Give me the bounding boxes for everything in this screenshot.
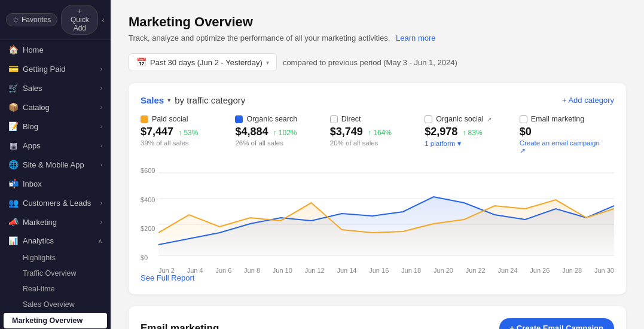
email-marketing-section: Email marketing + Create Email Campaign — [129, 306, 626, 329]
chevron-down-icon: ▾ — [167, 96, 171, 104]
metric-name: Email marketing — [520, 115, 605, 123]
x-label: Jun 14 — [337, 267, 356, 274]
sidebar-item-customers[interactable]: 👥 Customers & Leads › — [0, 193, 111, 212]
x-label: Jun 22 — [466, 267, 486, 274]
metric-name: Organic search — [235, 115, 320, 123]
main-content: Marketing Overview Track, analyze and op… — [111, 0, 644, 329]
email-section-title: Email marketing — [141, 322, 219, 330]
favorites-label: Favorites — [22, 16, 51, 24]
metric-value: $2,978 — [425, 126, 457, 138]
metric-value: $0 — [520, 126, 532, 138]
star-icon: ☆ — [13, 16, 19, 24]
sidebar-item-apps[interactable]: ▦ Apps › — [0, 136, 111, 155]
x-label: Jun 10 — [273, 267, 292, 274]
x-label: Jun 26 — [530, 267, 550, 274]
subtitle-text: Track, analyze and optimize the performa… — [129, 33, 390, 42]
metric-value: $4,884 — [235, 126, 268, 138]
y-label: $600 — [141, 167, 155, 174]
customers-icon: 👥 — [8, 198, 18, 208]
add-category-button[interactable]: + Add category — [562, 96, 614, 105]
x-label: Jun 4 — [187, 267, 203, 274]
sidebar-item-marketing[interactable]: 📣 Marketing › — [0, 212, 111, 231]
x-label: Jun 8 — [244, 267, 260, 274]
page-title: Marketing Overview — [129, 14, 626, 30]
chevron-right-icon: › — [100, 142, 102, 149]
platform-link[interactable]: 1 platform ▾ — [425, 139, 509, 148]
see-full-report-link[interactable]: See Full Report — [141, 273, 194, 282]
sidebar-item-sales[interactable]: 🛒 Sales › — [0, 78, 111, 98]
collapse-sidebar-button[interactable]: ‹ — [102, 15, 105, 25]
date-range-selector[interactable]: 📅 Past 30 days (Jun 2 - Yesterday) ▾ — [129, 53, 277, 71]
compare-period-text: compared to previous period (May 3 - Jun… — [283, 58, 457, 67]
getting-paid-icon: 💳 — [8, 64, 18, 74]
chevron-down-icon: ▾ — [266, 59, 269, 66]
sidebar-top: ☆ Favorites + Quick Add ‹ — [0, 0, 111, 40]
sidebar-item-home[interactable]: 🏠 Home — [0, 40, 111, 59]
x-axis-labels: Jun 2 Jun 4 Jun 6 Jun 8 Jun 10 Jun 12 Ju… — [158, 264, 614, 274]
metric-sub: 39% of all sales — [141, 139, 225, 147]
sidebar-item-inbox[interactable]: 📬 Inbox — [0, 174, 111, 193]
metric-checkbox[interactable] — [141, 115, 148, 123]
sales-chart-card: Sales ▾ by traffic category + Add catego… — [129, 83, 626, 294]
sidebar-item-label: Sales — [23, 84, 42, 93]
apps-icon: ▦ — [8, 141, 18, 150]
sub-nav-label: Marketing Overview — [12, 316, 83, 325]
sidebar-item-marketing-overview[interactable]: Marketing Overview — [4, 313, 107, 328]
metric-sub: 26% of all sales — [235, 139, 320, 147]
metric-checkbox[interactable] — [520, 115, 527, 123]
card-header: Sales ▾ by traffic category + Add catego… — [141, 95, 614, 105]
sidebar-item-label: Marketing — [23, 218, 57, 227]
metric-change: ↑ 83% — [462, 129, 482, 137]
sub-nav-label: Sales Overview — [23, 300, 75, 309]
x-label: Jun 12 — [305, 267, 325, 274]
metric-checkbox[interactable] — [235, 115, 243, 123]
external-link-icon: ↗ — [487, 116, 492, 123]
sidebar-item-sales-overview[interactable]: Sales Overview — [0, 297, 111, 312]
chevron-right-icon: › — [100, 219, 102, 226]
sidebar-item-analytics[interactable]: 📊 Analytics ∧ — [0, 231, 111, 250]
x-label: Jun 6 — [215, 267, 231, 274]
sidebar-item-getting-paid[interactable]: 💳 Getting Paid › — [0, 59, 111, 78]
card-title-suffix: by traffic category — [175, 95, 245, 105]
inbox-icon: 📬 — [8, 179, 18, 188]
create-email-campaign-button[interactable]: + Create Email Campaign — [499, 318, 614, 329]
sidebar-item-site-mobile[interactable]: 🌐 Site & Mobile App › — [0, 155, 111, 174]
sub-nav-label: Highlights — [23, 254, 56, 262]
metric-value: $7,447 — [141, 126, 173, 138]
metric-checkbox[interactable] — [425, 115, 432, 123]
metric-name: Paid social — [141, 115, 225, 123]
metric-label: Organic search — [246, 115, 297, 123]
favorites-button[interactable]: ☆ Favorites — [6, 13, 57, 26]
sidebar-item-highlights[interactable]: Highlights — [0, 250, 111, 266]
x-label: Jun 2 — [158, 267, 175, 274]
sidebar-item-label: Getting Paid — [23, 65, 66, 74]
page-subtitle: Track, analyze and optimize the performa… — [129, 33, 626, 42]
sidebar-item-label: Home — [23, 45, 44, 54]
metric-organic-search: Organic search $4,884 ↑ 102% 26% of all … — [235, 115, 329, 155]
sidebar-item-real-time[interactable]: Real-time — [0, 281, 111, 297]
blog-icon: 📝 — [8, 121, 18, 131]
learn-more-link[interactable]: Learn more — [396, 33, 435, 42]
date-range-label: Past 30 days (Jun 2 - Yesterday) — [150, 58, 263, 67]
sidebar-item-label: Customers & Leads — [23, 199, 91, 208]
metric-sub: 20% of all sales — [330, 139, 415, 147]
metric-checkbox[interactable] — [330, 115, 338, 123]
sidebar-item-catalog[interactable]: 📦 Catalog › — [0, 98, 111, 117]
calendar-icon: 📅 — [136, 57, 146, 67]
chevron-right-icon: › — [100, 85, 102, 92]
sidebar-item-traffic-overview[interactable]: Traffic Overview — [0, 266, 111, 281]
quick-add-button[interactable]: + Quick Add — [61, 5, 98, 35]
chevron-right-icon: › — [100, 162, 102, 168]
marketing-icon: 📣 — [8, 217, 18, 227]
sidebar-item-label: Analytics — [23, 236, 54, 245]
y-label: $200 — [141, 225, 155, 232]
create-email-campaign-link[interactable]: Create an email campaign ↗ — [520, 139, 605, 155]
metric-label: Direct — [341, 115, 361, 123]
metric-change: ↑ 53% — [178, 129, 198, 137]
metric-paid-social: Paid social $7,447 ↑ 53% 39% of all sale… — [141, 115, 235, 155]
sidebar-item-label: Inbox — [23, 179, 42, 188]
metric-name: Organic social ↗ — [425, 115, 509, 123]
sub-nav-label: Real-time — [23, 285, 55, 293]
sidebar-item-blog[interactable]: 📝 Blog › — [0, 117, 111, 136]
card-title-sales[interactable]: Sales — [141, 95, 164, 105]
